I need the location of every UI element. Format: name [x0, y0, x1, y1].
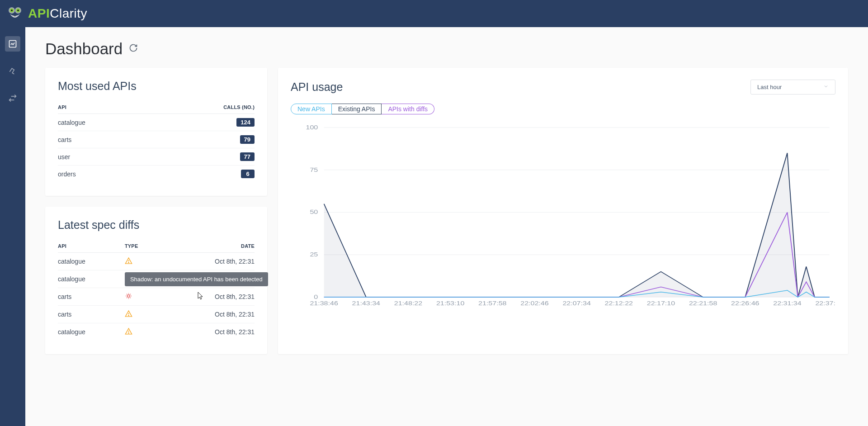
warning-icon: [125, 259, 132, 266]
mascot-icon: [5, 4, 24, 23]
diff-type: [125, 253, 184, 270]
warning-icon: [125, 312, 132, 319]
card-title: Most used APIs: [58, 80, 255, 93]
svg-text:22:21:58: 22:21:58: [689, 300, 717, 307]
svg-text:21:38:46: 21:38:46: [310, 300, 338, 307]
legend-pills: New APIs Existing APIs APIs with diffs: [291, 104, 835, 114]
diff-type: Shadow: an undocumented API has been det…: [125, 288, 184, 306]
table-row[interactable]: catalogue Oct 8th, 22:31: [58, 323, 255, 341]
api-name: carts: [58, 288, 125, 306]
tooltip: Shadow: an undocumented API has been det…: [125, 272, 268, 286]
table-row[interactable]: orders 6: [58, 166, 255, 183]
svg-text:0: 0: [314, 294, 318, 300]
diff-date: Oct 8th, 22:31: [184, 253, 255, 270]
diff-date: Oct 8th, 22:31: [184, 323, 255, 341]
time-range-label: Last hour: [757, 84, 782, 90]
api-name: catalogue: [58, 114, 150, 131]
sidebar-item-events[interactable]: [5, 90, 20, 106]
legend-existing-apis[interactable]: Existing APIs: [332, 104, 382, 114]
legend-new-apis[interactable]: New APIs: [291, 104, 332, 114]
svg-point-4: [11, 9, 13, 11]
api-name: carts: [58, 131, 150, 148]
api-name: user: [58, 148, 150, 166]
svg-point-14: [128, 315, 129, 316]
sidebar-item-dashboard[interactable]: [5, 36, 20, 52]
api-name: carts: [58, 306, 125, 323]
api-usage-card: API usage Last hour New APIs Existing AP…: [278, 68, 848, 354]
refresh-icon[interactable]: [129, 43, 138, 54]
svg-text:22:31:34: 22:31:34: [773, 300, 802, 307]
call-count: 6: [150, 166, 255, 183]
svg-text:22:26:46: 22:26:46: [731, 300, 760, 307]
latest-spec-diffs-card: Latest spec diffs API TYPE DATE catalogu…: [45, 207, 267, 354]
api-name: catalogue: [58, 270, 125, 288]
diff-date: Oct 8th, 22:31: [184, 306, 255, 323]
svg-text:22:17:10: 22:17:10: [647, 300, 675, 307]
card-title: Latest spec diffs: [58, 218, 255, 232]
api-usage-chart: 025507510021:38:4621:43:3421:48:2221:53:…: [291, 121, 835, 315]
call-count: 79: [150, 131, 255, 148]
svg-point-16: [128, 333, 129, 333]
col-date: DATE: [184, 240, 255, 253]
call-count: 77: [150, 148, 255, 166]
svg-text:21:48:22: 21:48:22: [394, 300, 423, 307]
table-row[interactable]: catalogue 124: [58, 114, 255, 131]
svg-text:25: 25: [310, 251, 318, 258]
api-name: catalogue: [58, 323, 125, 341]
chevron-down-icon: [823, 84, 829, 90]
svg-text:50: 50: [310, 209, 318, 215]
svg-text:22:02:46: 22:02:46: [520, 300, 549, 307]
svg-text:22:12:22: 22:12:22: [605, 300, 633, 307]
svg-point-5: [17, 9, 19, 11]
table-row[interactable]: carts 79: [58, 131, 255, 148]
svg-text:22:07:34: 22:07:34: [562, 300, 591, 307]
shadow-icon: [125, 294, 132, 301]
logo-clarity: Clarity: [50, 6, 87, 20]
card-title: API usage: [291, 80, 343, 94]
svg-text:22:37:34: 22:37:34: [815, 300, 835, 307]
top-bar: APIClarity: [0, 0, 868, 27]
warning-icon: [125, 329, 132, 336]
svg-text:100: 100: [306, 124, 318, 131]
time-range-select[interactable]: Last hour: [750, 80, 835, 95]
sidebar: [0, 27, 25, 426]
svg-text:21:53:10: 21:53:10: [436, 300, 465, 307]
table-row[interactable]: carts Oct 8th, 22:31: [58, 306, 255, 323]
svg-text:21:43:34: 21:43:34: [352, 300, 381, 307]
svg-point-12: [127, 295, 130, 298]
svg-text:21:57:58: 21:57:58: [478, 300, 507, 307]
diff-type: [125, 306, 184, 323]
diff-date: Oct 8th, 22:31: [184, 288, 255, 306]
col-api: API: [58, 240, 125, 253]
table-row[interactable]: carts Shadow: an undocumented API has be…: [58, 288, 255, 306]
api-name: orders: [58, 166, 150, 183]
svg-text:75: 75: [310, 167, 318, 173]
svg-point-9: [128, 262, 129, 263]
most-used-apis-card: Most used APIs API CALLS (NO.) catalogue…: [45, 68, 267, 196]
col-type: TYPE: [125, 240, 184, 253]
table-row[interactable]: catalogue Oct 8th, 22:31: [58, 253, 255, 270]
table-row[interactable]: user 77: [58, 148, 255, 166]
app-logo: APIClarity: [5, 4, 87, 23]
api-name: catalogue: [58, 253, 125, 270]
page-title: Dashboard: [45, 40, 123, 58]
svg-point-6: [14, 15, 16, 17]
legend-apis-with-diffs[interactable]: APIs with diffs: [382, 104, 434, 114]
call-count: 124: [150, 114, 255, 131]
logo-api: API: [28, 6, 50, 20]
col-calls: CALLS (NO.): [150, 101, 255, 114]
sidebar-item-inventory[interactable]: [5, 63, 20, 79]
diff-type: [125, 323, 184, 341]
col-api: API: [58, 101, 150, 114]
